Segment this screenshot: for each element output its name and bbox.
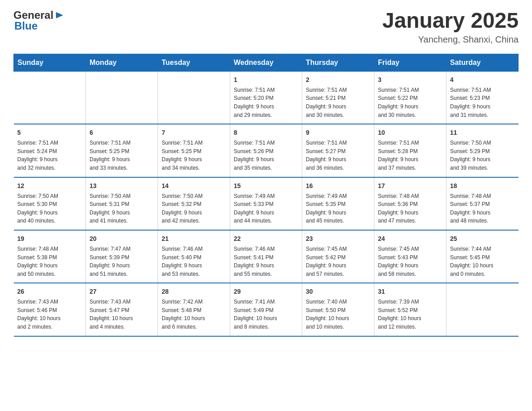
day-number: 1 [234,75,298,85]
day-number: 28 [162,287,226,296]
day-number: 22 [234,234,298,244]
day-info: Sunrise: 7:51 AM Sunset: 5:28 PM Dayligh… [378,139,442,172]
calendar-cell: 27Sunrise: 7:43 AM Sunset: 5:47 PM Dayli… [86,283,158,336]
day-of-week-header: Thursday [302,54,374,71]
calendar-cell: 14Sunrise: 7:50 AM Sunset: 5:32 PM Dayli… [158,177,230,230]
day-info: Sunrise: 7:51 AM Sunset: 5:21 PM Dayligh… [306,86,370,119]
logo-arrow-icon [54,10,64,22]
day-info: Sunrise: 7:46 AM Sunset: 5:41 PM Dayligh… [234,245,298,278]
day-info: Sunrise: 7:50 AM Sunset: 5:31 PM Dayligh… [90,192,154,225]
calendar-week-row: 26Sunrise: 7:43 AM Sunset: 5:46 PM Dayli… [14,283,519,336]
day-number: 30 [306,287,370,296]
day-number: 24 [378,234,442,244]
logo: General Blue [13,9,64,32]
calendar-cell: 29Sunrise: 7:41 AM Sunset: 5:49 PM Dayli… [230,283,302,336]
day-number: 5 [17,128,82,137]
logo-blue-text: Blue [14,20,38,32]
calendar-cell: 13Sunrise: 7:50 AM Sunset: 5:31 PM Dayli… [86,177,158,230]
day-info: Sunrise: 7:40 AM Sunset: 5:50 PM Dayligh… [306,298,370,331]
svg-marker-0 [56,12,63,18]
calendar-cell: 4Sunrise: 7:51 AM Sunset: 5:23 PM Daylig… [446,71,519,124]
calendar-cell: 5Sunrise: 7:51 AM Sunset: 5:24 PM Daylig… [14,124,86,177]
calendar-cell: 24Sunrise: 7:45 AM Sunset: 5:43 PM Dayli… [374,230,446,283]
month-title: January 2025 [382,9,519,33]
day-info: Sunrise: 7:48 AM Sunset: 5:37 PM Dayligh… [450,192,515,225]
day-number: 18 [450,181,515,191]
day-info: Sunrise: 7:43 AM Sunset: 5:46 PM Dayligh… [17,298,82,331]
calendar-cell: 26Sunrise: 7:43 AM Sunset: 5:46 PM Dayli… [14,283,86,336]
calendar-cell: 31Sunrise: 7:39 AM Sunset: 5:52 PM Dayli… [374,283,446,336]
calendar-cell: 3Sunrise: 7:51 AM Sunset: 5:22 PM Daylig… [374,71,446,124]
day-of-week-header: Wednesday [230,54,302,71]
day-info: Sunrise: 7:43 AM Sunset: 5:47 PM Dayligh… [90,298,154,331]
day-number: 7 [162,128,226,137]
calendar-cell [14,71,86,124]
day-info: Sunrise: 7:51 AM Sunset: 5:20 PM Dayligh… [234,86,298,119]
calendar-cell: 9Sunrise: 7:51 AM Sunset: 5:27 PM Daylig… [302,124,374,177]
day-info: Sunrise: 7:44 AM Sunset: 5:45 PM Dayligh… [450,245,515,278]
day-info: Sunrise: 7:48 AM Sunset: 5:38 PM Dayligh… [17,245,82,278]
calendar-cell [86,71,158,124]
day-number: 4 [450,75,515,85]
day-info: Sunrise: 7:51 AM Sunset: 5:27 PM Dayligh… [306,139,370,172]
calendar-header-row: SundayMondayTuesdayWednesdayThursdayFrid… [14,54,519,71]
day-number: 8 [234,128,298,137]
day-of-week-header: Tuesday [158,54,230,71]
day-number: 9 [306,128,370,137]
day-number: 2 [306,75,370,85]
day-number: 31 [378,287,442,296]
calendar-table: SundayMondayTuesdayWednesdayThursdayFrid… [13,54,519,337]
day-info: Sunrise: 7:51 AM Sunset: 5:25 PM Dayligh… [162,139,226,172]
calendar-cell: 1Sunrise: 7:51 AM Sunset: 5:20 PM Daylig… [230,71,302,124]
day-number: 29 [234,287,298,296]
calendar-cell: 6Sunrise: 7:51 AM Sunset: 5:25 PM Daylig… [86,124,158,177]
day-info: Sunrise: 7:50 AM Sunset: 5:32 PM Dayligh… [162,192,226,225]
day-number: 11 [450,128,515,137]
day-info: Sunrise: 7:45 AM Sunset: 5:42 PM Dayligh… [306,245,370,278]
day-number: 17 [378,181,442,191]
calendar-week-row: 19Sunrise: 7:48 AM Sunset: 5:38 PM Dayli… [14,230,519,283]
calendar-cell: 7Sunrise: 7:51 AM Sunset: 5:25 PM Daylig… [158,124,230,177]
day-number: 20 [90,234,154,244]
calendar-cell: 2Sunrise: 7:51 AM Sunset: 5:21 PM Daylig… [302,71,374,124]
day-number: 26 [17,287,82,296]
page-header: General Blue January 2025 Yancheng, Shan… [13,9,519,45]
calendar-cell: 11Sunrise: 7:50 AM Sunset: 5:29 PM Dayli… [446,124,519,177]
day-number: 3 [378,75,442,85]
day-info: Sunrise: 7:49 AM Sunset: 5:35 PM Dayligh… [306,192,370,225]
day-info: Sunrise: 7:51 AM Sunset: 5:23 PM Dayligh… [450,86,515,119]
day-number: 6 [90,128,154,137]
day-info: Sunrise: 7:46 AM Sunset: 5:40 PM Dayligh… [162,245,226,278]
title-block: January 2025 Yancheng, Shanxi, China [382,9,519,45]
calendar-cell: 12Sunrise: 7:50 AM Sunset: 5:30 PM Dayli… [14,177,86,230]
calendar-week-row: 1Sunrise: 7:51 AM Sunset: 5:20 PM Daylig… [14,71,519,124]
day-number: 12 [17,181,82,191]
day-info: Sunrise: 7:39 AM Sunset: 5:52 PM Dayligh… [378,298,442,331]
day-number: 19 [17,234,82,244]
calendar-cell: 28Sunrise: 7:42 AM Sunset: 5:48 PM Dayli… [158,283,230,336]
day-info: Sunrise: 7:45 AM Sunset: 5:43 PM Dayligh… [378,245,442,278]
calendar-cell: 17Sunrise: 7:48 AM Sunset: 5:36 PM Dayli… [374,177,446,230]
day-number: 10 [378,128,442,137]
day-of-week-header: Monday [86,54,158,71]
calendar-cell: 21Sunrise: 7:46 AM Sunset: 5:40 PM Dayli… [158,230,230,283]
day-info: Sunrise: 7:50 AM Sunset: 5:30 PM Dayligh… [17,192,82,225]
day-number: 23 [306,234,370,244]
calendar-cell: 30Sunrise: 7:40 AM Sunset: 5:50 PM Dayli… [302,283,374,336]
day-number: 16 [306,181,370,191]
day-number: 14 [162,181,226,191]
calendar-week-row: 12Sunrise: 7:50 AM Sunset: 5:30 PM Dayli… [14,177,519,230]
calendar-cell: 10Sunrise: 7:51 AM Sunset: 5:28 PM Dayli… [374,124,446,177]
day-of-week-header: Saturday [446,54,519,71]
day-info: Sunrise: 7:51 AM Sunset: 5:25 PM Dayligh… [90,139,154,172]
day-info: Sunrise: 7:51 AM Sunset: 5:26 PM Dayligh… [234,139,298,172]
day-number: 25 [450,234,515,244]
day-number: 21 [162,234,226,244]
day-number: 13 [90,181,154,191]
day-number: 27 [90,287,154,296]
day-info: Sunrise: 7:47 AM Sunset: 5:39 PM Dayligh… [90,245,154,278]
calendar-cell: 19Sunrise: 7:48 AM Sunset: 5:38 PM Dayli… [14,230,86,283]
calendar-cell: 20Sunrise: 7:47 AM Sunset: 5:39 PM Dayli… [86,230,158,283]
calendar-cell: 25Sunrise: 7:44 AM Sunset: 5:45 PM Dayli… [446,230,519,283]
day-info: Sunrise: 7:49 AM Sunset: 5:33 PM Dayligh… [234,192,298,225]
